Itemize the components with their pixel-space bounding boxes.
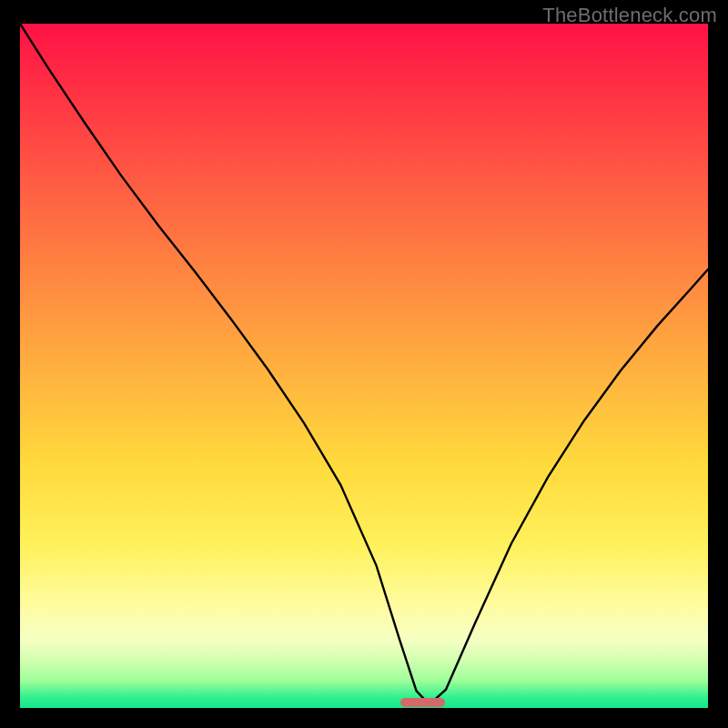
minimum-marker bbox=[400, 698, 445, 707]
curve-svg bbox=[20, 24, 708, 708]
plot-area bbox=[20, 24, 708, 708]
watermark-text: TheBottleneck.com bbox=[542, 4, 717, 27]
chart-frame: TheBottleneck.com bbox=[0, 0, 728, 728]
bottleneck-curve-path bbox=[20, 24, 708, 704]
